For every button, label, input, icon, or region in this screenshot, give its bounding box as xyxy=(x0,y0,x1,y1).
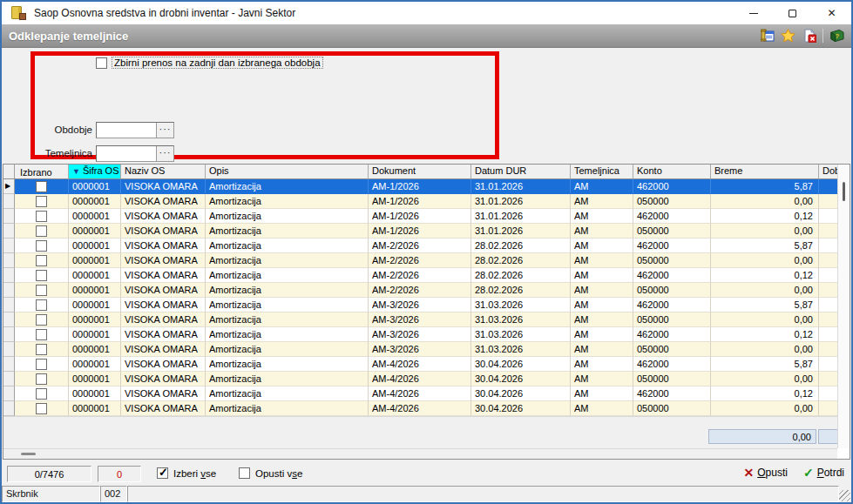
cell-dobro[interactable] xyxy=(819,194,837,209)
cell-breme[interactable]: 5,87 xyxy=(711,179,819,194)
col-header-izbrano[interactable]: Izbrano xyxy=(15,165,69,179)
cell-naziv-os[interactable]: VISOKA OMARA xyxy=(121,386,206,401)
document-delete-icon[interactable] xyxy=(802,29,816,44)
row-select-cell[interactable] xyxy=(15,239,69,253)
cell-konto[interactable]: 050000 xyxy=(633,224,711,239)
cell-temeljnica[interactable]: AM xyxy=(571,283,633,298)
cell-dobro[interactable] xyxy=(819,179,837,194)
col-header-sifra-os[interactable]: ▼Šifra OS xyxy=(69,165,121,179)
cell-breme[interactable]: 0,12 xyxy=(711,209,819,224)
cell-konto[interactable]: 462000 xyxy=(633,239,711,253)
cell-temeljnica[interactable]: AM xyxy=(571,224,633,239)
col-header-naziv-os[interactable]: Naziv OS xyxy=(121,165,206,179)
table-row[interactable]: ▶ 0000001 VISOKA OMARA Amortizacija AM-4… xyxy=(3,401,837,416)
table-row[interactable]: ▶ 0000001 VISOKA OMARA Amortizacija AM-2… xyxy=(3,253,837,268)
cell-sifra-os[interactable]: 0000001 xyxy=(69,253,121,268)
cell-opis[interactable]: Amortizacija xyxy=(206,209,369,224)
help-book-icon[interactable]: ? xyxy=(829,29,844,44)
table-row[interactable]: ▶ 0000001 VISOKA OMARA Amortizacija AM-4… xyxy=(3,357,837,372)
cell-naziv-os[interactable]: VISOKA OMARA xyxy=(121,312,206,327)
cell-temeljnica[interactable]: AM xyxy=(571,327,633,342)
cell-sifra-os[interactable]: 0000001 xyxy=(69,239,121,253)
cell-opis[interactable]: Amortizacija xyxy=(206,239,369,253)
row-checkbox[interactable] xyxy=(36,225,47,237)
row-select-cell[interactable] xyxy=(15,209,69,224)
cell-datum-dur[interactable]: 31.01.2026 xyxy=(471,209,571,224)
cell-naziv-os[interactable]: VISOKA OMARA xyxy=(121,268,206,283)
cell-naziv-os[interactable]: VISOKA OMARA xyxy=(121,283,206,298)
cell-dokument[interactable]: AM-2/2026 xyxy=(369,239,471,253)
cell-breme[interactable]: 0,00 xyxy=(711,372,819,386)
row-select-cell[interactable] xyxy=(15,372,69,386)
row-checkbox[interactable] xyxy=(36,373,47,385)
row-checkbox[interactable] xyxy=(36,388,47,400)
cell-datum-dur[interactable]: 31.03.2026 xyxy=(471,342,571,357)
cell-dokument[interactable]: AM-4/2026 xyxy=(369,372,471,386)
cell-datum-dur[interactable]: 30.04.2026 xyxy=(471,386,571,401)
row-select-cell[interactable] xyxy=(15,357,69,372)
cell-konto[interactable]: 050000 xyxy=(633,312,711,327)
cell-breme[interactable]: 0,12 xyxy=(711,327,819,342)
cell-temeljnica[interactable]: AM xyxy=(571,253,633,268)
cell-breme[interactable]: 0,00 xyxy=(711,253,819,268)
table-row[interactable]: ▶ 0000001 VISOKA OMARA Amortizacija AM-3… xyxy=(3,342,837,357)
col-header-datum-dur[interactable]: Datum DUR xyxy=(471,165,571,179)
obdobje-input[interactable] xyxy=(97,123,156,138)
row-select-cell[interactable] xyxy=(15,224,69,239)
cell-konto[interactable]: 050000 xyxy=(633,253,711,268)
row-select-cell[interactable] xyxy=(15,179,69,194)
cell-temeljnica[interactable]: AM xyxy=(571,357,633,372)
select-all-control[interactable]: ✓ Izberi vse xyxy=(157,467,216,479)
cell-opis[interactable]: Amortizacija xyxy=(206,268,369,283)
col-header-breme[interactable]: Breme xyxy=(711,165,819,179)
horizontal-scrollbar[interactable] xyxy=(3,448,837,459)
cell-temeljnica[interactable]: AM xyxy=(571,194,633,209)
cell-sifra-os[interactable]: 0000001 xyxy=(69,357,121,372)
deselect-all-checkbox[interactable] xyxy=(239,467,250,479)
cell-opis[interactable]: Amortizacija xyxy=(206,253,369,268)
cell-sifra-os[interactable]: 0000001 xyxy=(69,268,121,283)
cell-breme[interactable]: 0,00 xyxy=(711,401,819,416)
row-select-cell[interactable] xyxy=(15,253,69,268)
cell-datum-dur[interactable]: 28.02.2026 xyxy=(471,239,571,253)
cell-dobro[interactable] xyxy=(819,283,837,298)
cell-dobro[interactable] xyxy=(819,224,837,239)
select-all-checkbox[interactable]: ✓ xyxy=(157,467,168,479)
cell-breme[interactable]: 5,87 xyxy=(711,357,819,372)
cell-dokument[interactable]: AM-3/2026 xyxy=(369,327,471,342)
cell-breme[interactable]: 0,00 xyxy=(711,312,819,327)
cell-dobro[interactable] xyxy=(819,268,837,283)
cell-sifra-os[interactable]: 0000001 xyxy=(69,209,121,224)
cell-dokument[interactable]: AM-1/2026 xyxy=(369,179,471,194)
cell-konto[interactable]: 050000 xyxy=(633,194,711,209)
cell-naziv-os[interactable]: VISOKA OMARA xyxy=(121,298,206,312)
table-row[interactable]: ▶ 0000001 VISOKA OMARA Amortizacija AM-2… xyxy=(3,239,837,253)
vertical-scrollbar[interactable] xyxy=(837,165,850,448)
table-row[interactable]: ▶ 0000001 VISOKA OMARA Amortizacija AM-2… xyxy=(3,283,837,298)
cell-sifra-os[interactable]: 0000001 xyxy=(69,342,121,357)
cell-dobro[interactable] xyxy=(819,209,837,224)
cell-opis[interactable]: Amortizacija xyxy=(206,283,369,298)
cell-naziv-os[interactable]: VISOKA OMARA xyxy=(121,357,206,372)
cell-dokument[interactable]: AM-2/2026 xyxy=(369,283,471,298)
cell-opis[interactable]: Amortizacija xyxy=(206,357,369,372)
cell-sifra-os[interactable]: 0000001 xyxy=(69,401,121,416)
cell-dokument[interactable]: AM-3/2026 xyxy=(369,342,471,357)
cell-dobro[interactable] xyxy=(819,327,837,342)
cell-naziv-os[interactable]: VISOKA OMARA xyxy=(121,401,206,416)
cell-sifra-os[interactable]: 0000001 xyxy=(69,283,121,298)
cell-dobro[interactable] xyxy=(819,298,837,312)
horizontal-scrollbar-thumb[interactable] xyxy=(21,453,36,455)
cell-breme[interactable]: 0,12 xyxy=(711,386,819,401)
cell-dobro[interactable] xyxy=(819,239,837,253)
cell-sifra-os[interactable]: 0000001 xyxy=(69,179,121,194)
cell-naziv-os[interactable]: VISOKA OMARA xyxy=(121,342,206,357)
row-checkbox[interactable] xyxy=(36,314,47,326)
table-row[interactable]: ▶ 0000001 VISOKA OMARA Amortizacija AM-1… xyxy=(3,224,837,239)
cell-dobro[interactable] xyxy=(819,253,837,268)
cell-breme[interactable]: 5,87 xyxy=(711,239,819,253)
cell-datum-dur[interactable]: 28.02.2026 xyxy=(471,283,571,298)
cancel-button[interactable]: ✕ Opusti xyxy=(743,466,787,480)
row-select-cell[interactable] xyxy=(15,298,69,312)
cell-breme[interactable]: 5,87 xyxy=(711,298,819,312)
